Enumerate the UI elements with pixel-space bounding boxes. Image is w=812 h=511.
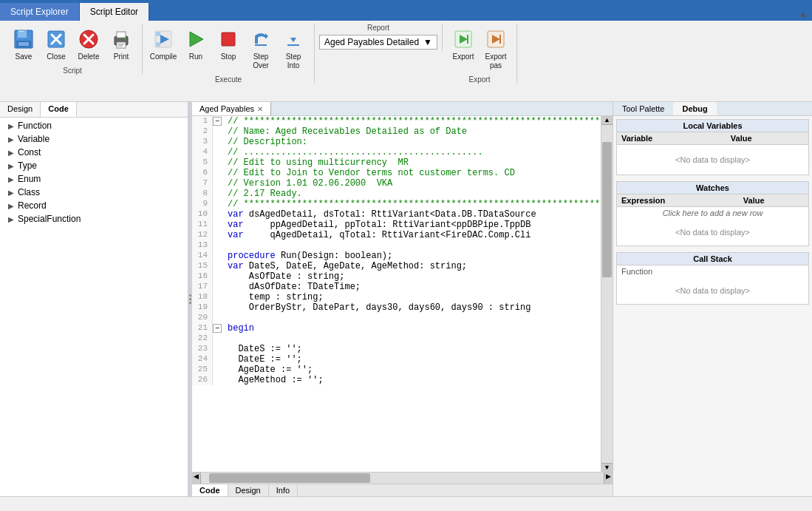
code-line-17: 17 dAsOfDate: TDateTime;: [192, 282, 601, 292]
collapse-button[interactable]: ▲: [794, 7, 812, 21]
svg-marker-21: [190, 32, 203, 47]
code-line-12: 12 var qAgedDetail, qTotal: RttiVariant<…: [192, 230, 601, 240]
export-icon: [451, 27, 475, 51]
editor-tab-bar: Aged Payables ✕: [192, 102, 613, 116]
svg-rect-22: [222, 33, 235, 46]
scroll-up-button[interactable]: ▲: [601, 116, 613, 125]
h-scroll-thumb[interactable]: [209, 473, 370, 483]
tree-item-variable[interactable]: ▶ Variable: [0, 132, 188, 146]
editor-tab-aged-payables[interactable]: Aged Payables ✕: [192, 102, 271, 115]
svg-rect-2: [19, 31, 24, 32]
step-over-button[interactable]: Step Over: [245, 24, 277, 74]
code-line-22: 22: [192, 334, 601, 344]
tree-item-function[interactable]: ▶ Function: [0, 119, 188, 132]
svg-rect-13: [117, 42, 126, 48]
bottom-tab-design[interactable]: Design: [228, 484, 269, 496]
expand-arrow-type: ▶: [6, 160, 16, 171]
tab-script-explorer[interactable]: Script Explorer: [0, 3, 80, 21]
vertical-scrollbar[interactable]: ▲ ▼: [601, 116, 613, 472]
tree-item-type[interactable]: ▶ Type: [0, 159, 188, 172]
scroll-thumb[interactable]: [602, 142, 612, 277]
scroll-down-button[interactable]: ▼: [601, 463, 613, 472]
editor-tab-close-icon[interactable]: ✕: [257, 105, 263, 113]
run-icon: [184, 27, 208, 51]
tree-item-enum[interactable]: ▶ Enum: [0, 172, 188, 186]
compile-button[interactable]: Compile: [147, 24, 180, 65]
tab-tool-palette[interactable]: Tool Palette: [613, 102, 673, 115]
code-line-11: 11 var ppAgedDetail, ppTotal: RttiVarian…: [192, 220, 601, 230]
step-over-icon: [249, 27, 273, 51]
code-line-16: 16 AsOfDate : string;: [192, 271, 601, 282]
tab-script-editor[interactable]: Script Editor: [80, 3, 149, 21]
svg-rect-15: [118, 46, 123, 47]
tab-debug[interactable]: Debug: [673, 102, 716, 115]
svg-rect-12: [117, 32, 126, 38]
save-button[interactable]: Save: [7, 24, 40, 65]
watches-add-row[interactable]: Click here to add a new row: [617, 207, 808, 220]
expand-arrow-variable: ▶: [6, 134, 16, 144]
print-icon: [109, 27, 133, 51]
scroll-track[interactable]: [601, 125, 613, 463]
code-line-10: 10 var dsAgedDetail, dsTotal: RttiVarian…: [192, 209, 601, 220]
code-line-19: 19 OrderByStr, DatePart, days30, days60,…: [192, 302, 601, 313]
step-into-button[interactable]: Step Into: [277, 24, 310, 74]
main-tab-bar: Script Explorer Script Editor ▲: [0, 0, 812, 21]
h-scroll-track[interactable]: [201, 473, 604, 484]
export-button[interactable]: Export: [447, 24, 480, 65]
tree-item-const[interactable]: ▶ Const: [0, 146, 188, 159]
stop-button[interactable]: Stop: [212, 24, 245, 65]
svg-rect-19: [156, 32, 160, 36]
tree-item-class[interactable]: ▶ Class: [0, 186, 188, 199]
tree-item-specialfunction[interactable]: ▶ SpecialFunction: [0, 212, 188, 226]
code-editor[interactable]: 1 − // *********************************…: [192, 116, 601, 472]
expand-arrow-enum: ▶: [6, 174, 16, 184]
expand-box-1[interactable]: −: [213, 117, 222, 126]
report-dropdown[interactable]: Aged Payables Detailed ▼: [319, 35, 437, 50]
svg-rect-14: [118, 44, 124, 45]
horizontal-scrollbar[interactable]: ◀ ▶: [192, 472, 613, 484]
svg-point-16: [124, 38, 126, 40]
left-panel: Design Code ▶ Function ▶ Variable ▶ Cons…: [0, 102, 188, 496]
delete-icon: [77, 27, 100, 51]
close-icon: [44, 27, 68, 51]
local-variables-section: Local Variables Variable Value <No data …: [616, 119, 809, 175]
run-button[interactable]: Run: [180, 24, 212, 65]
toolbar: Save Close: [0, 21, 812, 102]
export-pas-button[interactable]: Export pas: [480, 24, 512, 74]
watches-section: Watches Expression Value Click here to a…: [616, 181, 809, 246]
splitter-handle: [189, 294, 191, 304]
save-icon: [12, 27, 35, 51]
code-line-7: 7 // Version 1.01 02.06.2000 VKA: [192, 178, 601, 189]
editor-bottom-tabs: Code Design Info: [192, 484, 613, 496]
close-button[interactable]: Close: [40, 24, 72, 65]
compile-icon: [151, 27, 175, 51]
code-line-8: 8 // 2.17 Ready.: [192, 189, 601, 199]
tab-design[interactable]: Design: [0, 102, 41, 117]
expand-arrow-const: ▶: [6, 147, 16, 158]
step-into-icon: [282, 27, 305, 51]
call-stack-section: Call Stack Function <No data to display>: [616, 252, 809, 305]
tree-item-record[interactable]: ▶ Record: [0, 199, 188, 212]
expand-arrow-record: ▶: [6, 200, 16, 211]
code-line-6: 6 // Edit to Join to Vendor terms not cu…: [192, 168, 601, 178]
expand-arrow-class: ▶: [6, 187, 16, 197]
tree-list: ▶ Function ▶ Variable ▶ Const ▶ Type ▶ E…: [0, 118, 188, 496]
code-line-21: 21 − begin: [192, 323, 601, 334]
code-lines: 1 − // *********************************…: [192, 116, 601, 385]
toolbar-group-export: Export Export pas Export: [443, 24, 517, 84]
code-line-13: 13: [192, 240, 601, 251]
print-button[interactable]: Print: [105, 24, 137, 65]
scroll-left-button[interactable]: ◀: [192, 473, 201, 484]
delete-button[interactable]: Delete: [72, 24, 105, 65]
table-row: <No data to display>: [617, 145, 808, 175]
expand-box-21[interactable]: −: [213, 324, 222, 333]
code-line-14: 14 procedure Run(Design: boolean);: [192, 251, 601, 261]
center-panel: Aged Payables ✕ 1 − // *****************…: [192, 102, 613, 496]
local-variables-table: Variable Value <No data to display>: [617, 132, 808, 175]
tab-code[interactable]: Code: [41, 102, 77, 117]
scroll-right-button[interactable]: ▶: [604, 473, 613, 484]
bottom-tab-info[interactable]: Info: [269, 484, 298, 496]
left-panel-tabs: Design Code: [0, 102, 188, 118]
bottom-tab-code[interactable]: Code: [192, 484, 228, 496]
code-line-9: 9 // ***********************************…: [192, 199, 601, 209]
